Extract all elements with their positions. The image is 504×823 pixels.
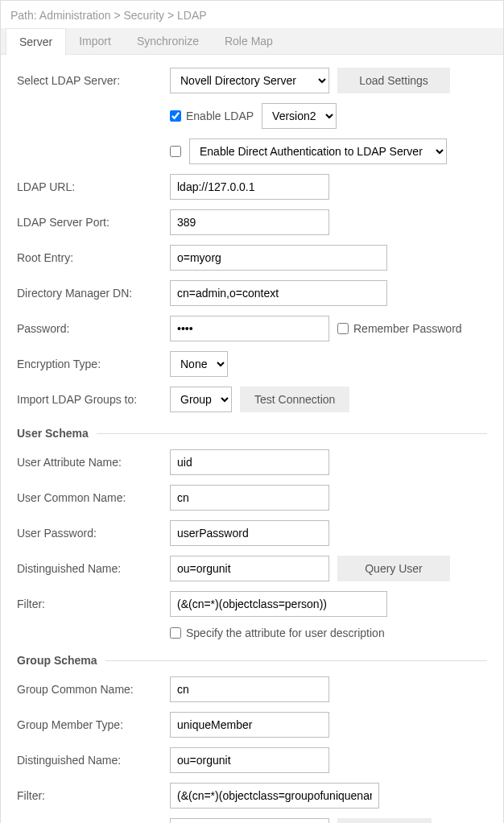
dir-manager-dn-input[interactable] <box>170 280 387 306</box>
group-common-name-input[interactable] <box>170 676 329 702</box>
group-member-type-input[interactable] <box>170 712 329 738</box>
import-groups-select[interactable]: Group <box>170 387 232 412</box>
user-schema-title: User Schema <box>17 427 97 440</box>
tabs: Server Import Synchronize Role Map <box>1 28 503 55</box>
group-common-name-label: Group Common Name: <box>17 683 170 696</box>
select-server-label: Select LDAP Server: <box>17 74 170 87</box>
root-entry-input[interactable] <box>170 245 387 271</box>
user-common-name-label: User Common Name: <box>17 491 170 504</box>
group-filter-input[interactable] <box>170 783 379 809</box>
load-settings-button[interactable]: Load Settings <box>337 68 450 93</box>
divider <box>97 433 487 434</box>
query-user-button[interactable]: Query User <box>337 556 450 581</box>
password-label: Password: <box>17 322 170 335</box>
user-dn-label: Distinguished Name: <box>17 562 170 575</box>
server-port-input[interactable] <box>170 209 329 235</box>
enable-direct-checkbox[interactable] <box>170 146 181 157</box>
remember-password-checkbox[interactable] <box>337 323 349 334</box>
user-common-name-input[interactable] <box>170 485 329 511</box>
user-dn-input[interactable] <box>170 556 329 581</box>
divider <box>105 660 487 661</box>
group-member-type-label: Group Member Type: <box>17 718 170 731</box>
user-filter-label: Filter: <box>17 598 170 610</box>
dir-manager-dn-label: Directory Manager DN: <box>17 287 170 300</box>
admin-group-input[interactable] <box>170 818 329 823</box>
user-attr-name-label: User Attribute Name: <box>17 456 170 469</box>
tab-import[interactable]: Import <box>66 28 124 54</box>
remember-password-label: Remember Password <box>353 322 462 335</box>
group-dn-label: Distinguished Name: <box>17 754 170 767</box>
group-filter-label: Filter: <box>17 789 170 802</box>
encryption-label: Encryption Type: <box>17 358 170 370</box>
tab-role-map[interactable]: Role Map <box>212 28 286 54</box>
user-password-label: User Password: <box>17 527 170 540</box>
group-dn-input[interactable] <box>170 747 329 773</box>
user-password-input[interactable] <box>170 520 329 546</box>
enable-ldap-label: Enable LDAP <box>186 110 254 122</box>
enable-ldap-checkbox[interactable] <box>170 110 181 122</box>
ldap-url-label: LDAP URL: <box>17 180 170 193</box>
group-schema-title: Group Schema <box>17 654 105 667</box>
breadcrumb: Path: Administration > Security > LDAP <box>1 1 503 28</box>
specify-user-desc-label: Specify the attribute for user descripti… <box>186 627 385 639</box>
specify-user-desc-checkbox[interactable] <box>170 627 181 639</box>
tab-synchronize[interactable]: Synchronize <box>124 28 212 54</box>
import-groups-label: Import LDAP Groups to: <box>17 393 170 406</box>
password-input[interactable] <box>170 316 329 341</box>
root-entry-label: Root Entry: <box>17 251 170 264</box>
user-attr-name-input[interactable] <box>170 449 329 475</box>
query-group-button[interactable]: Query Group <box>337 818 432 823</box>
encryption-select[interactable]: None <box>170 351 228 377</box>
direct-auth-select[interactable]: Enable Direct Authentication to LDAP Ser… <box>189 139 447 164</box>
server-port-label: LDAP Server Port: <box>17 216 170 229</box>
user-filter-input[interactable] <box>170 591 387 617</box>
test-connection-button[interactable]: Test Connection <box>240 387 349 412</box>
ldap-url-input[interactable] <box>170 174 329 200</box>
server-select[interactable]: Novell Directory Server <box>170 68 329 93</box>
version-select[interactable]: Version2 <box>262 103 337 129</box>
tab-server[interactable]: Server <box>6 28 66 55</box>
